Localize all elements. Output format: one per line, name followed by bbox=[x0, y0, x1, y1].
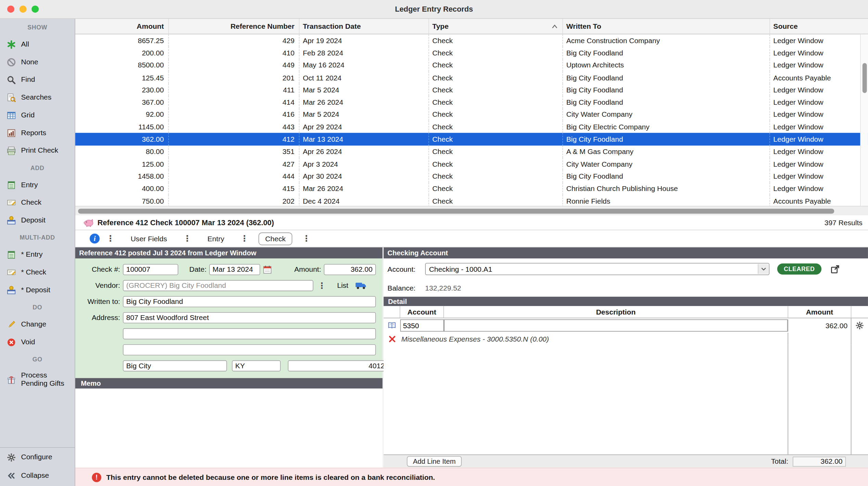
vertical-scrollbar[interactable] bbox=[860, 34, 868, 206]
calendar-icon[interactable] bbox=[263, 264, 272, 274]
zip-input[interactable] bbox=[288, 360, 392, 371]
sidebar-item-entry[interactable]: * Entry bbox=[0, 246, 75, 264]
menu-dots-icon[interactable]: ⋮ bbox=[106, 234, 115, 244]
sidebar-item-searches[interactable]: Searches bbox=[0, 89, 75, 106]
tab-check[interactable]: Check bbox=[258, 232, 292, 245]
sidebar-item-void[interactable]: Void bbox=[0, 333, 75, 351]
column-header-source[interactable]: Source bbox=[770, 19, 868, 34]
table-row[interactable]: 230.00411Mar 5 2024CheckBig City Foodlan… bbox=[75, 84, 868, 96]
table-row[interactable]: 400.00415Mar 26 2024CheckChristian Churc… bbox=[75, 182, 868, 195]
table-row[interactable]: 125.00427Apr 3 2024CheckCity Water Compa… bbox=[75, 158, 868, 170]
sort-ascending-icon bbox=[551, 24, 558, 28]
table-cell: Check bbox=[429, 71, 563, 84]
table-cell: Check bbox=[429, 145, 563, 158]
table-row[interactable]: 750.00202Dec 4 2024CheckRonnie FieldsAcc… bbox=[75, 195, 868, 206]
table-cell: City Water Company bbox=[563, 158, 770, 170]
column-header-transaction-date[interactable]: Transaction Date bbox=[299, 19, 429, 34]
external-link-icon[interactable] bbox=[830, 264, 840, 273]
table-cell: Uptown Architects bbox=[563, 59, 770, 71]
date-label: Date: bbox=[178, 265, 209, 273]
sidebar-item-check[interactable]: * Check bbox=[0, 264, 75, 281]
table-cell: Big City Foodland bbox=[563, 96, 770, 108]
column-header-amount[interactable]: Amount bbox=[75, 19, 169, 34]
table-row[interactable]: 8657.25429Apr 19 2024CheckAcme Construct… bbox=[75, 34, 868, 47]
line-amount-value[interactable]: 362.00 bbox=[788, 318, 851, 333]
info-icon[interactable]: i bbox=[90, 234, 100, 244]
zoom-window-button[interactable] bbox=[31, 5, 39, 13]
city-input[interactable] bbox=[123, 360, 227, 371]
sidebar-item-process-pending-gifts[interactable]: Process Pending Gifts bbox=[0, 368, 75, 392]
table-cell: Check bbox=[429, 170, 563, 182]
sidebar-item-grid[interactable]: Grid bbox=[0, 106, 75, 124]
table-cell: 414 bbox=[169, 96, 299, 108]
table-cell: Check bbox=[429, 108, 563, 121]
column-header-type[interactable]: Type bbox=[429, 19, 563, 34]
void-icon bbox=[7, 337, 16, 347]
minimize-window-button[interactable] bbox=[20, 5, 27, 13]
table-row[interactable]: 92.00416Mar 5 2024CheckCity Water Compan… bbox=[75, 108, 868, 121]
sidebar-item-print-check[interactable]: Print Check bbox=[0, 142, 75, 159]
date-input[interactable] bbox=[209, 264, 260, 275]
check-number-input[interactable] bbox=[123, 264, 178, 275]
close-window-button[interactable] bbox=[7, 5, 14, 13]
account-select[interactable]: Checking - 1000.A1 bbox=[425, 263, 769, 275]
table-row[interactable]: 200.00410Feb 28 2024CheckBig City Foodla… bbox=[75, 47, 868, 59]
amount-input[interactable] bbox=[324, 264, 376, 275]
sidebar-item-entry[interactable]: Entry bbox=[0, 176, 75, 194]
tab-entry[interactable]: Entry bbox=[201, 233, 230, 244]
vendor-menu-dots-icon[interactable]: ⋮ bbox=[318, 280, 326, 290]
written-to-input[interactable] bbox=[123, 296, 376, 307]
table-row[interactable]: 362.00412Mar 13 2024CheckBig City Foodla… bbox=[75, 133, 868, 145]
state-input[interactable] bbox=[232, 360, 281, 371]
detail-column-amount: Amount bbox=[788, 306, 851, 318]
table-row[interactable]: 125.45201Oct 11 2024CheckBig City Foodla… bbox=[75, 71, 868, 84]
address-line2-input[interactable] bbox=[123, 328, 376, 339]
vendor-list-button[interactable]: List bbox=[337, 281, 348, 290]
cleared-button[interactable]: CLEARED bbox=[777, 264, 821, 274]
line-description-input[interactable] bbox=[444, 319, 788, 332]
column-header-reference-number[interactable]: Reference Number bbox=[169, 19, 299, 34]
table-row[interactable]: 367.00414Mar 26 2024CheckBig City Foodla… bbox=[75, 96, 868, 108]
table-cell: Christian Church Publishing House bbox=[563, 182, 770, 195]
sidebar-item-label: Reports bbox=[21, 129, 46, 137]
sidebar-item-configure[interactable]: Configure bbox=[0, 448, 75, 466]
line-account-input[interactable] bbox=[400, 319, 444, 332]
horizontal-scrollbar[interactable] bbox=[75, 206, 868, 215]
table-row[interactable]: 1145.00443Apr 29 2024CheckBig City Elect… bbox=[75, 121, 868, 133]
sidebar-item-deposit[interactable]: * Deposit bbox=[0, 281, 75, 299]
tab-user-fields[interactable]: User Fields bbox=[125, 233, 173, 244]
table-cell: 367.00 bbox=[75, 96, 169, 108]
sidebar-item-none[interactable]: None bbox=[0, 53, 75, 71]
sidebar-item-collapse[interactable]: Collapse bbox=[0, 466, 75, 485]
delete-line-icon[interactable] bbox=[388, 335, 396, 342]
account-lookup-icon[interactable] bbox=[387, 321, 396, 330]
table-row[interactable]: 8500.00449May 16 2024CheckUptown Archite… bbox=[75, 59, 868, 71]
line-gear-icon[interactable] bbox=[855, 321, 864, 330]
column-header-written-to[interactable]: Written To bbox=[563, 19, 770, 34]
address-line3-input[interactable] bbox=[123, 344, 376, 355]
sidebar-item-deposit[interactable]: Deposit bbox=[0, 212, 75, 229]
memo-area[interactable] bbox=[75, 388, 383, 468]
horizontal-scrollbar-thumb[interactable] bbox=[78, 209, 834, 214]
truck-icon[interactable] bbox=[355, 281, 367, 290]
menu-dots-icon[interactable]: ⋮ bbox=[183, 234, 191, 244]
sidebar-item-check[interactable]: Check bbox=[0, 194, 75, 212]
sidebar-item-find[interactable]: Find bbox=[0, 71, 75, 89]
table-cell: Ronnie Fields bbox=[563, 195, 770, 206]
add-line-item-button[interactable]: Add Line Item bbox=[407, 456, 462, 467]
table-cell: 351 bbox=[169, 145, 299, 158]
vertical-scrollbar-thumb[interactable] bbox=[862, 63, 867, 93]
sidebar-item-reports[interactable]: Reports bbox=[0, 124, 75, 142]
table-cell: Check bbox=[429, 34, 563, 47]
table-cell: Check bbox=[429, 195, 563, 206]
table-cell: 92.00 bbox=[75, 108, 169, 121]
menu-dots-icon[interactable]: ⋮ bbox=[302, 234, 310, 244]
table-row[interactable]: 1458.00444Apr 30 2024CheckBig City Foodl… bbox=[75, 170, 868, 182]
address-line1-input[interactable] bbox=[123, 312, 376, 323]
menu-dots-icon[interactable]: ⋮ bbox=[240, 234, 248, 244]
sidebar-item-all[interactable]: All bbox=[0, 36, 75, 53]
window-title: Ledger Entry Records bbox=[0, 5, 868, 13]
vendor-input[interactable] bbox=[123, 280, 313, 291]
table-row[interactable]: 80.00351Apr 26 2024CheckA & M Gas Compan… bbox=[75, 145, 868, 158]
sidebar-item-change[interactable]: Change bbox=[0, 316, 75, 333]
